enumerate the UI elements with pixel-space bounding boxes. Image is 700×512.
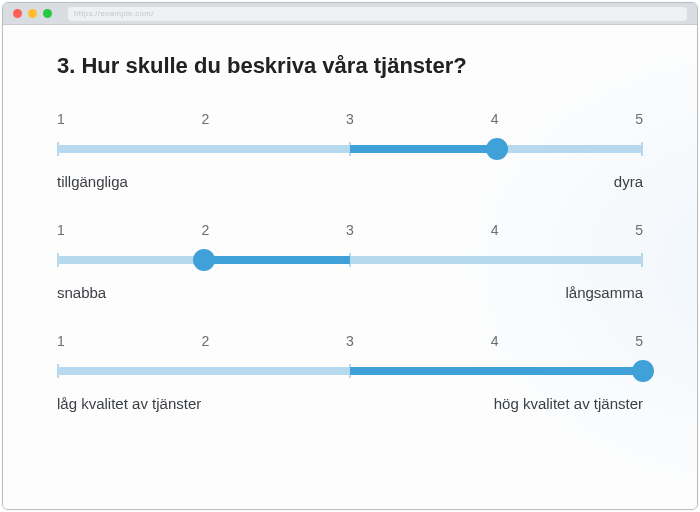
slider-row-1: 1 2 3 4 5 tillgängliga dyra [57,111,643,190]
survey-content: 3. Hur skulle du beskriva våra tjänster?… [3,25,697,509]
slider-3-track[interactable] [57,361,643,381]
tick-label: 4 [491,333,499,349]
slider-2-left-label: snabba [57,284,106,301]
tick-label: 5 [635,333,643,349]
slider-1-left-label: tillgängliga [57,173,128,190]
slider-1-track[interactable] [57,139,643,159]
slider-2-fill [204,256,351,264]
slider-1-right-label: dyra [614,173,643,190]
slider-1-fill [350,145,497,153]
slider-end-cap-right [641,142,643,156]
slider-1-thumb[interactable] [486,138,508,160]
slider-end-cap-right [641,253,643,267]
window-titlebar: https://example.com/ [3,3,697,25]
tick-label: 1 [57,222,65,238]
tick-label: 1 [57,111,65,127]
slider-3-left-label: låg kvalitet av tjänster [57,395,201,412]
tick-label: 2 [202,222,210,238]
slider-1-ticks: 1 2 3 4 5 [57,111,643,127]
close-icon[interactable] [13,9,22,18]
slider-3-labels: låg kvalitet av tjänster hög kvalitet av… [57,395,643,412]
tick-label: 2 [202,111,210,127]
question-title: 3. Hur skulle du beskriva våra tjänster? [57,53,643,79]
slider-2-ticks: 1 2 3 4 5 [57,222,643,238]
tick-label: 4 [491,222,499,238]
slider-row-3: 1 2 3 4 5 låg kvalitet av tjänster hög k… [57,333,643,412]
url-bar[interactable]: https://example.com/ [68,7,687,21]
slider-end-cap-left [57,253,59,267]
question-number: 3. [57,53,75,78]
tick-label: 2 [202,333,210,349]
slider-3-fill [350,367,643,375]
tick-label: 4 [491,111,499,127]
slider-3-thumb[interactable] [632,360,654,382]
slider-3-right-label: hög kvalitet av tjänster [494,395,643,412]
question-text: Hur skulle du beskriva våra tjänster? [81,53,466,78]
tick-label: 5 [635,111,643,127]
maximize-icon[interactable] [43,9,52,18]
slider-3-ticks: 1 2 3 4 5 [57,333,643,349]
slider-2-track[interactable] [57,250,643,270]
slider-2-right-label: långsamma [565,284,643,301]
minimize-icon[interactable] [28,9,37,18]
slider-end-cap-left [57,142,59,156]
slider-row-2: 1 2 3 4 5 snabba långsamma [57,222,643,301]
tick-label: 1 [57,333,65,349]
tick-label: 3 [346,222,354,238]
tick-label: 3 [346,111,354,127]
slider-2-thumb[interactable] [193,249,215,271]
tick-label: 5 [635,222,643,238]
browser-window: https://example.com/ 3. Hur skulle du be… [2,2,698,510]
slider-2-labels: snabba långsamma [57,284,643,301]
slider-1-labels: tillgängliga dyra [57,173,643,190]
url-text: https://example.com/ [74,9,154,18]
slider-end-cap-left [57,364,59,378]
tick-label: 3 [346,333,354,349]
